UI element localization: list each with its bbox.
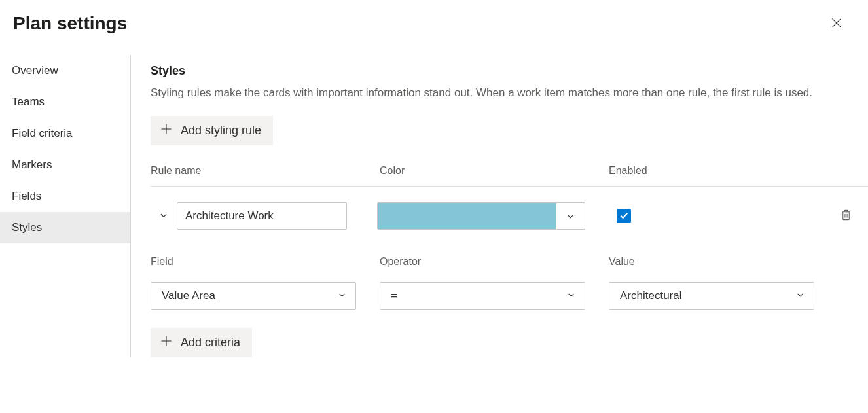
color-picker[interactable] (377, 202, 585, 230)
criteria-row: Value Area = Architectural (151, 282, 868, 310)
expand-toggle[interactable] (151, 211, 177, 222)
sidebar-item-teams[interactable]: Teams (0, 86, 130, 118)
sidebar-item-fields[interactable]: Fields (0, 181, 130, 212)
sidebar-item-label: Markers (12, 158, 52, 171)
add-criteria-label: Add criteria (181, 336, 240, 350)
section-title: Styles (151, 64, 868, 78)
column-header-color: Color (380, 165, 609, 177)
sidebar-item-label: Fields (12, 190, 41, 202)
criteria-operator-value: = (391, 289, 397, 302)
criteria-value-text: Architectural (620, 289, 681, 302)
column-header-name: Rule name (151, 165, 380, 177)
sidebar-nav: Overview Teams Field criteria Markers Fi… (0, 55, 131, 357)
sidebar-item-styles[interactable]: Styles (0, 212, 130, 243)
chevron-down-icon (567, 289, 575, 302)
sidebar-item-label: Overview (12, 64, 58, 77)
sidebar-item-overview[interactable]: Overview (0, 55, 130, 86)
rule-columns-header: Rule name Color Enabled (151, 165, 868, 177)
sidebar-item-field-criteria[interactable]: Field criteria (0, 118, 130, 149)
color-swatch (378, 203, 556, 229)
column-header-enabled: Enabled (609, 165, 868, 177)
plus-icon (160, 334, 173, 351)
rule-name-input[interactable] (177, 202, 347, 230)
close-button[interactable] (825, 12, 848, 35)
sidebar-item-markers[interactable]: Markers (0, 149, 130, 181)
sidebar-item-label: Teams (12, 96, 45, 108)
sidebar-item-label: Field criteria (12, 127, 73, 139)
section-description: Styling rules make the cards with import… (151, 84, 851, 101)
checkmark-icon (619, 210, 629, 223)
chevron-down-icon (159, 211, 168, 222)
criteria-operator-select[interactable]: = (380, 282, 585, 310)
chevron-down-icon (796, 289, 805, 302)
column-header-operator: Operator (380, 256, 609, 268)
criteria-field-select[interactable]: Value Area (151, 282, 356, 310)
sidebar-item-label: Styles (12, 221, 42, 234)
criteria-columns-header: Field Operator Value (151, 256, 868, 268)
add-styling-rule-label: Add styling rule (181, 124, 261, 137)
column-header-value: Value (609, 256, 868, 268)
column-header-field: Field (151, 256, 380, 268)
enabled-checkbox[interactable] (617, 209, 631, 223)
page-title: Plan settings (13, 13, 127, 34)
add-styling-rule-button[interactable]: Add styling rule (151, 116, 273, 145)
delete-rule-button[interactable] (835, 206, 856, 226)
trash-icon (840, 209, 852, 223)
rule-row (151, 202, 868, 230)
divider (151, 186, 868, 187)
color-dropdown-caret (556, 203, 585, 229)
add-criteria-button[interactable]: Add criteria (151, 328, 252, 357)
close-icon (830, 16, 843, 31)
main-content: Styles Styling rules make the cards with… (131, 55, 868, 357)
chevron-down-icon (338, 289, 346, 302)
criteria-value-select[interactable]: Architectural (609, 282, 814, 310)
plus-icon (160, 122, 173, 139)
criteria-field-value: Value Area (162, 289, 215, 302)
